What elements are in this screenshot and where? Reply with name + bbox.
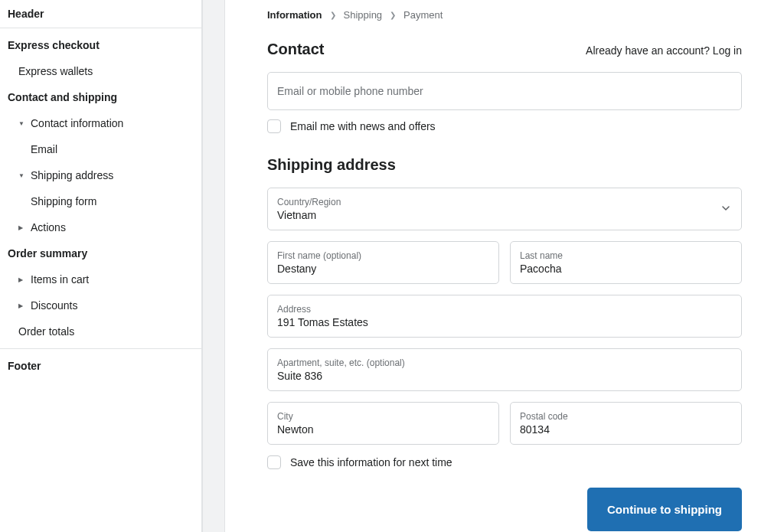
caret-right-icon: ▶ bbox=[18, 302, 26, 309]
sidebar-shipping-address[interactable]: ▼ Shipping address bbox=[0, 162, 201, 188]
save-info-checkbox-row[interactable]: Save this information for next time bbox=[267, 455, 742, 469]
postal-code-label: Postal code bbox=[520, 411, 732, 422]
sidebar-footer-section[interactable]: Footer bbox=[0, 349, 201, 379]
sidebar-items-in-cart[interactable]: ▶ Items in cart bbox=[0, 266, 201, 292]
caret-down-icon: ▼ bbox=[18, 172, 26, 179]
caret-right-icon: ▶ bbox=[18, 276, 26, 283]
address-value: 191 Tomas Estates bbox=[277, 316, 732, 328]
sidebar-header-section[interactable]: Header bbox=[0, 0, 201, 28]
caret-right-icon: ▶ bbox=[18, 224, 26, 231]
last-name-value: Pacocha bbox=[520, 263, 732, 275]
breadcrumb-shipping[interactable]: Shipping bbox=[344, 9, 383, 21]
sidebar-navigation: Header Express checkout Express wallets … bbox=[0, 0, 202, 532]
newsletter-label: Email me with news and offers bbox=[290, 120, 436, 132]
apartment-field[interactable]: Apartment, suite, etc. (optional) Suite … bbox=[267, 348, 742, 391]
city-value: Newton bbox=[277, 423, 489, 436]
sidebar-items-in-cart-label: Items in cart bbox=[31, 273, 89, 286]
sidebar-actions-label: Actions bbox=[31, 221, 66, 233]
caret-down-icon: ▼ bbox=[18, 120, 26, 127]
newsletter-checkbox[interactable] bbox=[267, 119, 281, 133]
sidebar-contact-shipping[interactable]: Contact and shipping bbox=[0, 84, 201, 110]
chevron-right-icon: ❯ bbox=[330, 11, 336, 19]
sidebar-order-totals[interactable]: Order totals bbox=[0, 318, 201, 349]
sidebar-shipping-address-label: Shipping address bbox=[31, 169, 113, 181]
breadcrumb-information[interactable]: Information bbox=[267, 9, 322, 21]
login-prompt: Already have an account? Log in bbox=[586, 44, 742, 57]
save-info-label: Save this information for next time bbox=[290, 456, 452, 468]
first-name-value: Destany bbox=[277, 263, 489, 275]
newsletter-checkbox-row[interactable]: Email me with news and offers bbox=[267, 119, 742, 133]
first-name-field[interactable]: First name (optional) Destany bbox=[267, 241, 499, 284]
sidebar-order-summary[interactable]: Order summary bbox=[0, 240, 201, 266]
continue-to-shipping-button[interactable]: Continue to shipping bbox=[587, 488, 742, 531]
sidebar-contact-information-label: Contact information bbox=[31, 117, 123, 129]
postal-code-field[interactable]: Postal code 80134 bbox=[510, 402, 742, 445]
first-name-label: First name (optional) bbox=[277, 250, 489, 261]
login-link[interactable]: Log in bbox=[713, 44, 742, 57]
breadcrumb-payment[interactable]: Payment bbox=[403, 9, 443, 21]
last-name-label: Last name bbox=[520, 250, 732, 261]
email-field[interactable]: Email or mobile phone number bbox=[267, 72, 742, 110]
main-content: Information ❯ Shipping ❯ Payment Contact… bbox=[225, 0, 784, 532]
sidebar-contact-information[interactable]: ▼ Contact information bbox=[0, 110, 201, 136]
apartment-label: Apartment, suite, etc. (optional) bbox=[277, 357, 732, 368]
sidebar-email[interactable]: Email bbox=[0, 136, 201, 162]
sidebar-express-wallets[interactable]: Express wallets bbox=[0, 58, 201, 84]
address-field[interactable]: Address 191 Tomas Estates bbox=[267, 295, 742, 338]
sidebar-express-checkout[interactable]: Express checkout bbox=[0, 28, 201, 58]
save-info-checkbox[interactable] bbox=[267, 455, 281, 469]
chevron-right-icon: ❯ bbox=[390, 11, 396, 19]
postal-code-value: 80134 bbox=[520, 423, 732, 436]
country-label: Country/Region bbox=[277, 197, 732, 207]
divider-strip bbox=[202, 0, 225, 532]
city-field[interactable]: City Newton bbox=[267, 402, 499, 445]
sidebar-discounts-label: Discounts bbox=[31, 299, 77, 312]
sidebar-shipping-form[interactable]: Shipping form bbox=[0, 188, 201, 214]
address-label: Address bbox=[277, 304, 732, 315]
shipping-heading: Shipping address bbox=[267, 156, 742, 174]
last-name-field[interactable]: Last name Pacocha bbox=[510, 241, 742, 284]
chevron-down-icon bbox=[721, 202, 730, 216]
apartment-value: Suite 836 bbox=[277, 370, 732, 382]
city-label: City bbox=[277, 411, 489, 422]
sidebar-actions[interactable]: ▶ Actions bbox=[0, 214, 201, 240]
contact-heading: Contact bbox=[267, 41, 324, 58]
sidebar-discounts[interactable]: ▶ Discounts bbox=[0, 292, 201, 318]
country-value: Vietnam bbox=[277, 209, 732, 221]
country-select[interactable]: Country/Region Vietnam bbox=[267, 188, 742, 230]
breadcrumb: Information ❯ Shipping ❯ Payment bbox=[267, 9, 742, 21]
login-prompt-text: Already have an account? bbox=[586, 44, 713, 57]
